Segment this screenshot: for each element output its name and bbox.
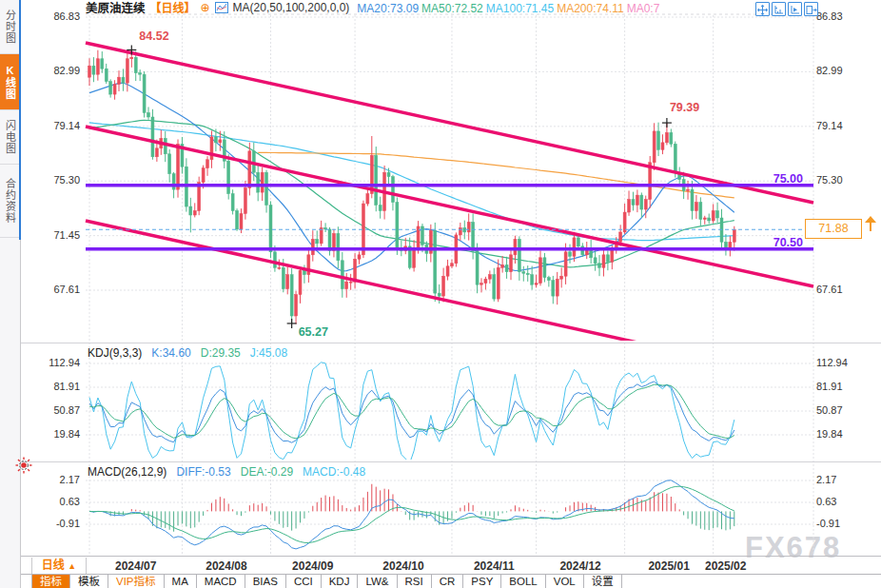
axis-tick--0.91: -0.91 <box>816 518 873 529</box>
axis-tick-0.63: 0.63 <box>23 496 80 507</box>
x-axis-label-2024/12: 2024/12 <box>552 559 609 573</box>
ma-value-0: MA20:73.09 <box>357 2 419 15</box>
x-axis-label-2024/10: 2024/10 <box>375 559 432 573</box>
bottom-tab-MA[interactable]: MA <box>165 575 197 588</box>
axis-tick-0.63: 0.63 <box>816 496 873 507</box>
bottom-tab-RSI[interactable]: RSI <box>398 575 432 588</box>
axis-tick-2.17: 2.17 <box>816 474 873 485</box>
sidebar-tab-2[interactable]: K线图 <box>0 54 20 110</box>
mini-chart-icon <box>215 2 228 13</box>
axis-tick-71.45: 71.45 <box>23 229 80 241</box>
axis-tick-82.99: 82.99 <box>816 65 873 76</box>
indicator-toolbar: 指标模板VIP指标MAMACDBIASCCIKDJLW&RSICRPSYBOLL… <box>21 574 881 588</box>
pan-icon[interactable] <box>755 2 770 16</box>
bottom-tab-设置[interactable]: 设置 <box>584 575 622 588</box>
bottom-tab-PSY[interactable]: PSY <box>463 575 501 588</box>
bottom-tab-BOLL[interactable]: BOLL <box>501 575 545 588</box>
period-tag[interactable]: 【日线】 <box>150 0 196 15</box>
axis-tick-79.14: 79.14 <box>816 120 873 131</box>
sidebar-tab-3[interactable]: 闪电图 <box>0 110 20 165</box>
axis-tick-112.94: 112.94 <box>816 357 873 368</box>
axis-tick-79.14: 79.14 <box>23 120 80 131</box>
axis-tick-2.17: 2.17 <box>23 474 80 485</box>
last-price-box: 71.88 <box>805 219 862 239</box>
bottom-tab-LW&[interactable]: LW& <box>358 575 397 588</box>
symbol-name: 美原油连续 <box>86 0 146 16</box>
axis-tick-81.91: 81.91 <box>816 381 873 392</box>
ma-value-1: MA50:72.52 <box>421 2 483 15</box>
bottom-tab-模板[interactable]: 模板 <box>70 575 108 588</box>
sidebar-tab-4[interactable]: 合约资料 <box>0 165 20 238</box>
bottom-tab-CCI[interactable]: CCI <box>286 575 322 588</box>
ma-value-2: MA100:71.45 <box>486 2 554 15</box>
bottom-tab-VOL[interactable]: VOL <box>546 575 584 588</box>
ma-value-3: MA200:74.11 <box>557 2 624 15</box>
bottom-tab-VIP指标[interactable]: VIP指标 <box>108 575 165 588</box>
period-label: 日线 <box>42 559 65 572</box>
chart-window: 分时图K线图闪电图合约资料 美原油连续 【日线】 ⊕ MA(20,50,100,… <box>0 0 881 588</box>
chevron-up-icon: ▲ <box>68 561 76 571</box>
x-axis-label-2024/11: 2024/11 <box>465 559 522 573</box>
bottom-tab-KDJ[interactable]: KDJ <box>322 575 359 588</box>
sidebar: 分时图K线图闪电图合约资料 <box>0 0 21 588</box>
chart-plot-area[interactable] <box>86 15 813 555</box>
x-axis-label-2025/02: 2025/02 <box>697 559 754 573</box>
window-controls <box>755 2 818 16</box>
axis-tick-82.99: 82.99 <box>23 65 80 76</box>
bottom-tab-指标[interactable]: 指标 <box>32 575 70 588</box>
axis-tick-86.83: 86.83 <box>23 10 80 22</box>
ma-settings: MA(20,50,100,200,0,0) <box>233 1 350 14</box>
axis-tick-50.87: 50.87 <box>816 404 873 416</box>
axis-tick-75.30: 75.30 <box>816 174 873 186</box>
axis-tick-19.84: 19.84 <box>23 428 80 440</box>
axis-tick-67.61: 67.61 <box>23 284 80 295</box>
axis-tick-112.94: 112.94 <box>23 357 80 368</box>
ma-values: MA20:73.09MA50:72.52MA100:71.45MA200:74.… <box>354 0 659 16</box>
axis-tick-67.61: 67.61 <box>816 284 873 295</box>
x-axis-label-2025/01: 2025/01 <box>640 559 697 573</box>
bottom-tab-MACD[interactable]: MACD <box>197 575 245 588</box>
axis-tick-81.91: 81.91 <box>23 381 80 392</box>
axis-tick-86.83: 86.83 <box>816 10 873 22</box>
sidebar-tab-1[interactable]: 分时图 <box>0 0 20 54</box>
bottom-tab-BIAS[interactable]: BIAS <box>245 575 286 588</box>
sidebar-accent <box>19 0 21 240</box>
price-up-arrow-icon <box>864 216 877 233</box>
ma-value-4: MA0:7 <box>627 2 660 15</box>
plus-circle-icon[interactable]: ⊕ <box>201 2 210 13</box>
axis-tick-50.87: 50.87 <box>23 404 80 416</box>
axis-zoom-icon[interactable] <box>772 2 786 16</box>
bottom-tab-CR[interactable]: CR <box>432 575 464 588</box>
x-axis-label-2024/09: 2024/09 <box>284 559 342 573</box>
alert-icon[interactable] <box>15 457 32 474</box>
detach-window-icon[interactable] <box>804 2 818 16</box>
axis-tick-75.30: 75.30 <box>23 174 80 186</box>
axis-tick--0.91: -0.91 <box>23 518 80 529</box>
chart-bottom-border <box>21 556 881 557</box>
x-axis-label-2024/08: 2024/08 <box>198 559 255 573</box>
x-axis-label-2024/07: 2024/07 <box>108 559 165 573</box>
axis-tick-19.84: 19.84 <box>816 428 873 440</box>
axis-play-icon[interactable] <box>788 2 802 16</box>
chart-header: 美原油连续 【日线】 ⊕ MA(20,50,100,200,0,0) MA20:… <box>86 0 659 14</box>
period-selector[interactable]: 日线 ▲ <box>31 558 87 574</box>
toolbar-spacer <box>21 575 32 588</box>
